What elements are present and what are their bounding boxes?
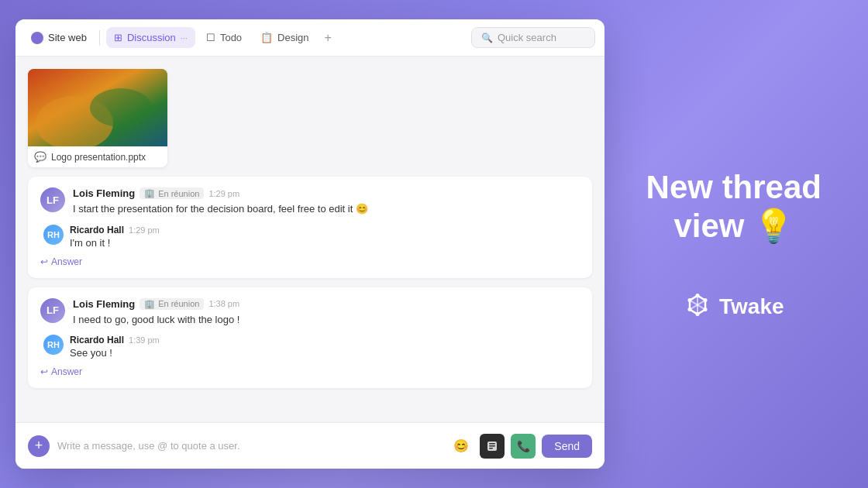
answer-link-2[interactable]: ↩ Answer	[40, 366, 580, 377]
message-input-bar: + Write a message, use @ to quote a user…	[16, 422, 604, 469]
thread-block-1: LF Lois Fleming 🏢 En réunion 1:29 pm I s…	[28, 177, 592, 278]
status-text-2: En réunion	[158, 299, 199, 308]
svg-rect-6	[489, 448, 493, 449]
new-thread-line2: view 💡	[673, 208, 794, 244]
reply-2-author: Ricardo Hall	[70, 335, 124, 345]
status-icon-2: 🏢	[144, 299, 155, 309]
message-2-header: Lois Fleming 🏢 En réunion 1:38 pm	[73, 298, 580, 310]
search-placeholder-text: Quick search	[498, 32, 556, 43]
answer-icon-2: ↩	[40, 366, 48, 377]
message-1-time: 1:29 pm	[208, 189, 239, 198]
svg-point-11	[688, 308, 692, 311]
file-name: Logo presentation.pptx	[51, 152, 146, 163]
search-icon: 🔍	[481, 33, 493, 43]
todo-icon: ☐	[206, 32, 215, 43]
svg-point-12	[688, 298, 692, 302]
tab-todo[interactable]: ☐ Todo	[198, 27, 250, 48]
avatar-lois-2: LF	[40, 298, 65, 323]
status-icon-1: 🏢	[144, 188, 155, 198]
file-thumbnail: Fine to...	[28, 69, 167, 146]
reply-1-header: Ricardo Hall 1:29 pm	[70, 225, 580, 235]
message-2-status: 🏢 En réunion	[140, 298, 204, 310]
search-bar[interactable]: 🔍 Quick search	[471, 27, 595, 48]
message-2-content: Lois Fleming 🏢 En réunion 1:38 pm I need…	[73, 298, 580, 328]
content-area: Fine to...	[16, 57, 604, 422]
message-2-time: 1:38 pm	[208, 299, 239, 308]
svg-point-10	[696, 312, 700, 316]
file-icon: 💬	[34, 151, 46, 163]
reply-2-header: Ricardo Hall 1:39 pm	[70, 335, 580, 345]
message-1-content: Lois Fleming 🏢 En réunion 1:29 pm I star…	[73, 187, 580, 217]
add-tab-button[interactable]: +	[320, 28, 336, 48]
tab-discussion[interactable]: ⊞ Discussion ···	[106, 27, 195, 48]
message-1-author: Lois Fleming	[73, 187, 135, 199]
answer-icon-1: ↩	[40, 256, 48, 267]
discussion-icon: ⊞	[114, 32, 122, 43]
svg-rect-5	[489, 445, 495, 447]
add-attachment-button[interactable]: +	[28, 435, 50, 457]
workspace-label[interactable]: Site web	[25, 29, 93, 47]
tab-divider	[99, 30, 100, 46]
tab-todo-label: Todo	[220, 32, 242, 43]
reply-1: RH Ricardo Hall 1:29 pm I'm on it !	[40, 225, 580, 249]
input-actions: 😊 📞 Send	[449, 434, 592, 459]
new-thread-line1: New thread	[646, 169, 822, 205]
twake-logo: Twake	[646, 292, 822, 320]
svg-point-2	[90, 88, 152, 127]
svg-point-8	[704, 298, 708, 302]
attach-file-button[interactable]	[480, 434, 505, 459]
reply-1-text: I'm on it !	[70, 237, 580, 249]
twake-logo-icon	[684, 292, 711, 320]
message-2-text: I need to go, good luck with the logo !	[73, 312, 580, 328]
message-1-header: Lois Fleming 🏢 En réunion 1:29 pm	[73, 187, 580, 199]
message-1: LF Lois Fleming 🏢 En réunion 1:29 pm I s…	[40, 187, 580, 217]
workspace-icon	[31, 32, 43, 44]
right-panel: New thread view 💡 Twake	[646, 168, 822, 321]
reply-2-time: 1:39 pm	[129, 335, 160, 345]
reply-1-author: Ricardo Hall	[70, 225, 124, 235]
reply-2: RH Ricardo Hall 1:39 pm See you !	[40, 335, 580, 359]
twake-logo-text: Twake	[719, 294, 784, 318]
send-button[interactable]: Send	[542, 435, 592, 458]
thread-block-2: LF Lois Fleming 🏢 En réunion 1:38 pm I n…	[28, 287, 592, 389]
workspace-name: Site web	[48, 32, 87, 43]
app-window: Site web ⊞ Discussion ··· ☐ Todo 📋 Desig…	[16, 19, 604, 469]
reply-1-content: Ricardo Hall 1:29 pm I'm on it !	[70, 225, 580, 249]
tab-bar: Site web ⊞ Discussion ··· ☐ Todo 📋 Desig…	[16, 19, 604, 57]
design-icon: 📋	[260, 32, 273, 43]
file-label: 💬 Logo presentation.pptx	[28, 146, 167, 167]
avatar-lois-1: LF	[40, 187, 65, 212]
file-attachment: Fine to...	[28, 69, 167, 167]
message-1-status: 🏢 En réunion	[140, 187, 204, 199]
tab-discussion-label: Discussion	[127, 32, 176, 43]
message-input-placeholder[interactable]: Write a message, use @ to quote a user.	[57, 440, 441, 452]
reply-1-time: 1:29 pm	[129, 225, 160, 235]
reply-avatar-2: RH	[43, 335, 64, 355]
answer-label-2: Answer	[51, 366, 82, 377]
svg-point-9	[704, 308, 708, 311]
answer-link-1[interactable]: ↩ Answer	[40, 256, 580, 267]
svg-point-7	[696, 294, 700, 297]
svg-rect-4	[489, 443, 495, 445]
message-2-author: Lois Fleming	[73, 298, 135, 310]
message-1-text: I start the presentation for the decisio…	[73, 201, 580, 217]
message-2: LF Lois Fleming 🏢 En réunion 1:38 pm I n…	[40, 298, 580, 328]
reply-2-text: See you !	[70, 347, 580, 359]
tab-design[interactable]: 📋 Design	[253, 27, 316, 48]
tab-design-label: Design	[277, 32, 308, 43]
emoji-button[interactable]: 😊	[449, 434, 474, 459]
status-text-1: En réunion	[158, 189, 199, 198]
tab-more-icon[interactable]: ···	[181, 33, 188, 43]
answer-label-1: Answer	[51, 256, 82, 267]
phone-button[interactable]: 📞	[511, 434, 536, 459]
reply-avatar-1: RH	[43, 225, 64, 245]
reply-2-content: Ricardo Hall 1:39 pm See you !	[70, 335, 580, 359]
new-thread-title: New thread view 💡	[646, 168, 822, 246]
